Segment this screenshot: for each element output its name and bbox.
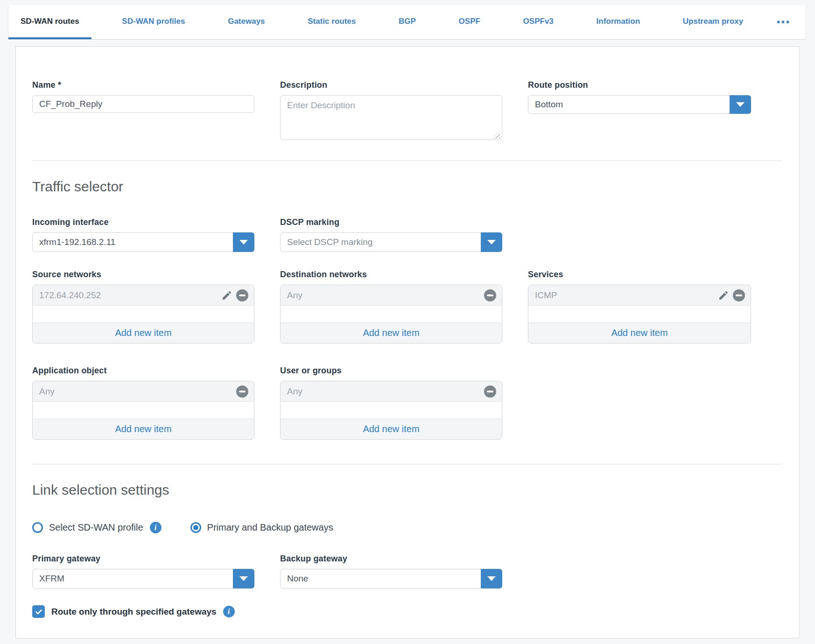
tab-upstream-proxy[interactable]: Upstream proxy	[671, 5, 755, 39]
tab-gateways[interactable]: Gateways	[216, 5, 277, 39]
incoming-interface-value: xfrm1-192.168.2.11	[39, 237, 115, 247]
list-item-value: Any	[39, 386, 55, 397]
name-label: Name *	[32, 80, 254, 90]
primary-gateway-label: Primary gateway	[32, 554, 254, 564]
chevron-down-icon[interactable]	[481, 232, 502, 252]
edit-pencil-icon[interactable]	[718, 290, 729, 301]
tab-bar: SD-WAN routes SD-WAN profiles Gateways S…	[8, 5, 806, 40]
remove-minus-icon[interactable]	[733, 289, 745, 301]
radio-selected-icon[interactable]	[190, 522, 201, 533]
backup-gateway-field-group: Backup gateway None	[280, 554, 502, 588]
backup-gateway-label: Backup gateway	[280, 554, 502, 564]
list-item-value: Any	[287, 386, 302, 397]
primary-gateway-value: XFRM	[39, 574, 64, 584]
listbox-empty-area	[528, 306, 751, 322]
primary-gateway-select[interactable]: XFRM	[32, 569, 254, 588]
radio-label: Primary and Backup gateways	[207, 522, 333, 533]
route-only-label: Route only through specified gateways	[51, 607, 217, 617]
primary-gateway-field-group: Primary gateway XFRM	[32, 554, 254, 588]
radio-select-sdwan-profile[interactable]: Select SD-WAN profile i	[32, 522, 162, 533]
tab-static-routes[interactable]: Static routes	[295, 5, 368, 39]
more-tabs-icon[interactable]: •••	[774, 5, 794, 39]
name-input[interactable]	[32, 95, 254, 113]
list-item: Any	[281, 381, 502, 402]
tab-sdwan-routes[interactable]: SD-WAN routes	[8, 5, 91, 39]
radio-primary-backup-gateways[interactable]: Primary and Backup gateways	[190, 522, 333, 533]
user-or-groups-label: User or groups	[280, 366, 502, 376]
info-icon[interactable]: i	[223, 606, 235, 617]
dscp-marking-value: Select DSCP marking	[287, 237, 372, 247]
section-divider	[32, 464, 782, 464]
dscp-marking-label: DSCP marking	[280, 217, 502, 227]
route-position-value: Bottom	[535, 99, 563, 110]
route-only-checkbox-row: Route only through specified gateways i	[32, 605, 782, 618]
destination-networks-label: Destination networks	[280, 270, 502, 280]
user-or-groups-field-group: User or groups Any Add new item	[280, 366, 502, 440]
route-only-checkbox[interactable]	[32, 605, 45, 618]
list-item: Any	[33, 381, 254, 402]
description-textarea[interactable]	[280, 95, 502, 140]
application-object-listbox: Any Add new item	[32, 381, 254, 440]
edit-pencil-icon[interactable]	[221, 290, 232, 301]
add-new-item-button[interactable]: Add new item	[33, 322, 254, 343]
application-object-label: Application object	[32, 366, 254, 376]
services-listbox: ICMP Add new item	[528, 285, 751, 343]
tab-information[interactable]: Information	[584, 5, 653, 39]
chevron-down-icon[interactable]	[730, 95, 751, 114]
section-divider	[32, 161, 782, 161]
add-new-item-button[interactable]: Add new item	[281, 419, 502, 439]
radio-icon[interactable]	[32, 522, 43, 533]
tab-ospf[interactable]: OSPF	[447, 5, 492, 39]
link-selection-heading: Link selection settings	[32, 482, 782, 498]
required-asterisk: *	[58, 80, 61, 90]
dscp-marking-field-group: DSCP marking Select DSCP marking	[280, 217, 502, 252]
chevron-down-icon[interactable]	[481, 569, 502, 588]
remove-minus-icon[interactable]	[484, 385, 496, 398]
radio-label: Select SD-WAN profile	[49, 522, 143, 533]
route-position-label: Route position	[528, 80, 751, 90]
add-new-item-button[interactable]: Add new item	[281, 322, 502, 343]
chevron-down-icon[interactable]	[233, 569, 254, 588]
tab-bgp[interactable]: BGP	[386, 5, 428, 39]
name-label-text: Name	[32, 80, 56, 90]
remove-minus-icon[interactable]	[484, 289, 496, 301]
name-field-group: Name *	[32, 80, 254, 142]
incoming-interface-label: Incoming interface	[32, 217, 254, 227]
backup-gateway-value: None	[287, 574, 308, 584]
incoming-interface-field-group: Incoming interface xfrm1-192.168.2.11	[32, 217, 254, 252]
route-position-field-group: Route position Bottom	[528, 80, 751, 142]
listbox-empty-area	[33, 306, 254, 322]
tab-ospfv3[interactable]: OSPFv3	[511, 5, 566, 39]
user-or-groups-listbox: Any Add new item	[280, 381, 502, 440]
remove-minus-icon[interactable]	[236, 385, 248, 398]
info-icon[interactable]: i	[150, 522, 162, 533]
source-networks-field-group: Source networks 172.64.240.252 Add new i…	[32, 270, 254, 343]
source-networks-label: Source networks	[32, 270, 254, 280]
dscp-marking-select[interactable]: Select DSCP marking	[280, 232, 502, 252]
list-item: ICMP	[528, 285, 751, 306]
listbox-empty-area	[281, 306, 502, 322]
route-position-select[interactable]: Bottom	[528, 95, 751, 114]
add-new-item-button[interactable]: Add new item	[528, 322, 751, 343]
services-field-group: Services ICMP Add new item	[528, 270, 751, 343]
remove-minus-icon[interactable]	[236, 289, 248, 301]
description-field-group: Description	[280, 80, 502, 142]
listbox-empty-area	[281, 402, 502, 419]
list-item-value: ICMP	[535, 290, 557, 301]
incoming-interface-select[interactable]: xfrm1-192.168.2.11	[32, 232, 254, 252]
destination-networks-listbox: Any Add new item	[280, 285, 502, 343]
description-label: Description	[280, 80, 502, 90]
chevron-down-icon[interactable]	[233, 232, 254, 252]
source-networks-listbox: 172.64.240.252 Add new item	[32, 285, 254, 343]
list-item: Any	[281, 285, 502, 306]
tab-sdwan-profiles[interactable]: SD-WAN profiles	[110, 5, 197, 39]
services-label: Services	[528, 270, 751, 280]
list-item-value: 172.64.240.252	[39, 290, 101, 301]
sdwan-route-form-card: Name * Description Route position Bottom…	[15, 46, 800, 638]
list-item: 172.64.240.252	[33, 285, 254, 306]
backup-gateway-select[interactable]: None	[280, 569, 502, 588]
add-new-item-button[interactable]: Add new item	[33, 419, 254, 439]
traffic-selector-heading: Traffic selector	[32, 178, 782, 195]
list-item-value: Any	[287, 290, 302, 301]
listbox-empty-area	[33, 402, 254, 419]
